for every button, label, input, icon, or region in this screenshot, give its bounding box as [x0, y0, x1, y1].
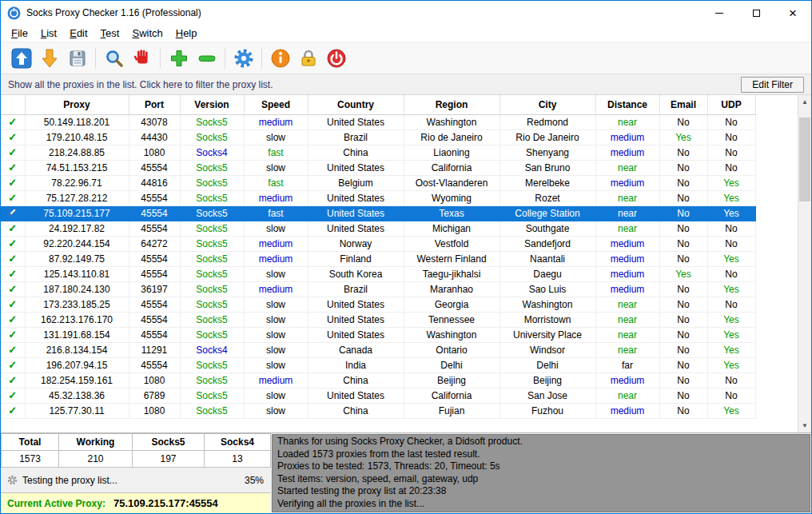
- table-row[interactable]: ✓78.22.96.7144816Socks5fastBelgiumOost-V…: [1, 175, 755, 190]
- column-header-distance[interactable]: Distance: [595, 95, 659, 114]
- cell-udp: Yes: [707, 327, 755, 342]
- active-proxy-value: 75.109.215.177:45554: [113, 497, 218, 509]
- column-header-version[interactable]: Version: [180, 95, 244, 114]
- table-row[interactable]: ✓182.254.159.1611080Socks5mediumChinaBei…: [1, 373, 755, 388]
- scroll-down-icon[interactable]: ▼: [798, 419, 811, 432]
- cell-country: United States: [308, 312, 404, 327]
- menu-test[interactable]: Test: [94, 26, 126, 40]
- cell-version: Socks5: [180, 175, 244, 190]
- cell-udp: Yes: [707, 403, 755, 418]
- cell-version: Socks5: [180, 251, 244, 266]
- menu-file[interactable]: File: [5, 26, 34, 40]
- menu-list[interactable]: List: [34, 26, 63, 40]
- cell-speed: fast: [244, 175, 308, 190]
- cell-port: 64272: [129, 236, 180, 251]
- save-button[interactable]: [63, 45, 91, 71]
- exit-button[interactable]: [322, 45, 350, 71]
- summary-value-socks4: 13: [205, 451, 271, 468]
- cell-port: 45554: [129, 160, 180, 175]
- column-header-port[interactable]: Port: [129, 95, 180, 114]
- menu-help[interactable]: Help: [169, 26, 204, 40]
- column-header-country[interactable]: Country: [308, 95, 404, 114]
- cell-country: India: [308, 357, 404, 373]
- search-button[interactable]: [100, 45, 128, 71]
- column-header-region[interactable]: Region: [404, 95, 500, 114]
- table-row[interactable]: ✓216.8.134.15411291Socks4slowCanadaOntar…: [1, 342, 755, 357]
- table-row[interactable]: ✓179.210.48.1544430Socks5slowBrazilRio d…: [1, 129, 755, 145]
- lock-button[interactable]: [294, 45, 322, 71]
- minimize-icon: [715, 13, 723, 14]
- table-row[interactable]: ✓125.143.110.8145554Socks5slowSouth Kore…: [1, 266, 755, 281]
- column-header-udp[interactable]: UDP: [707, 95, 755, 114]
- cell-proxy: 179.210.48.15: [25, 129, 129, 145]
- upload-button[interactable]: [7, 45, 35, 71]
- table-row[interactable]: ✓125.77.30.111080Socks5slowChinaFujianFu…: [1, 403, 755, 418]
- cell-proxy: 50.149.118.201: [25, 114, 129, 129]
- cell-country: Brazil: [308, 129, 404, 145]
- log-line: Loaded 1573 proxies from the last tested…: [277, 448, 805, 461]
- cell-city: Daegu: [500, 266, 595, 281]
- progress-percent: 35%: [245, 475, 264, 486]
- cell-country: United States: [308, 114, 404, 129]
- column-header-email[interactable]: Email: [659, 95, 707, 114]
- stop-button[interactable]: [128, 45, 156, 71]
- table-row[interactable]: ✓218.24.88.851080Socks4fastChinaLiaoning…: [1, 145, 755, 160]
- table-row[interactable]: ✓87.92.149.7545554Socks5mediumFinlandWes…: [1, 251, 755, 266]
- cell-version: Socks5: [180, 129, 244, 145]
- cell-country: United States: [308, 327, 404, 342]
- cell-speed: slow: [244, 327, 308, 342]
- column-header-status[interactable]: [1, 95, 25, 114]
- info-button[interactable]: [266, 45, 294, 71]
- cell-speed: slow: [244, 403, 308, 418]
- minimize-button[interactable]: [701, 1, 738, 25]
- cell-port: 45554: [129, 327, 180, 342]
- column-header-proxy[interactable]: Proxy: [25, 95, 129, 114]
- filter-message[interactable]: Show all the proxies in the list. Click …: [8, 79, 273, 90]
- active-proxy-label: Current Active Proxy:: [7, 498, 105, 509]
- cell-city: Morristown: [500, 312, 595, 327]
- cell-country: United States: [308, 221, 404, 236]
- settings-button[interactable]: [229, 45, 257, 71]
- toolbar: [1, 42, 811, 74]
- edit-filter-button[interactable]: Edit Filter: [741, 77, 804, 93]
- cell-version: Socks5: [180, 281, 244, 297]
- cell-country: United States: [308, 190, 404, 205]
- table-row[interactable]: ✓50.149.118.20143078Socks5mediumUnited S…: [1, 114, 755, 129]
- table-row[interactable]: ✓187.180.24.13036197Socks5mediumBrazilMa…: [1, 281, 755, 297]
- column-header-city[interactable]: City: [500, 95, 595, 114]
- table-row[interactable]: ✓24.192.17.8245554Socks5slowUnited State…: [1, 221, 755, 236]
- maximize-button[interactable]: [738, 1, 774, 25]
- table-row[interactable]: ✓196.207.94.1545554Socks5slowIndiaDelhiD…: [1, 357, 755, 373]
- table-row[interactable]: ✓45.32.138.366789Socks5slowUnited States…: [1, 388, 755, 403]
- cell-email: No: [659, 342, 707, 357]
- lock-icon: [298, 48, 319, 69]
- cell-port: 36197: [129, 281, 180, 297]
- filter-bar: Show all the proxies in the list. Click …: [1, 74, 811, 95]
- add-button[interactable]: [165, 45, 193, 71]
- menu-switch[interactable]: Switch: [125, 26, 169, 40]
- close-button[interactable]: ×: [774, 1, 811, 25]
- scroll-up-icon[interactable]: ▲: [798, 95, 811, 109]
- menu-edit[interactable]: Edit: [63, 26, 94, 40]
- cell-proxy: 74.51.153.215: [25, 160, 129, 175]
- remove-button[interactable]: [193, 45, 221, 71]
- table-row[interactable]: 75.109.215.17745554Socks5fastUnited Stat…: [1, 205, 755, 221]
- vertical-scrollbar[interactable]: ▲ ▼: [798, 95, 811, 432]
- table-row[interactable]: ✓75.127.28.21245554Socks5mediumUnited St…: [1, 190, 755, 205]
- scrollbar-thumb[interactable]: [799, 118, 810, 201]
- toolbar-separator: [261, 48, 262, 69]
- status-check-icon: ✓: [1, 221, 25, 236]
- download-button[interactable]: [35, 45, 63, 71]
- cell-proxy: 87.92.149.75: [25, 251, 129, 266]
- column-header-speed[interactable]: Speed: [244, 95, 308, 114]
- summary-header-total: Total: [2, 434, 59, 451]
- status-check-icon: ✓: [1, 403, 25, 418]
- table-row[interactable]: ✓162.213.176.17045554Socks5slowUnited St…: [1, 312, 755, 327]
- table-row[interactable]: ✓92.220.244.15464272Socks5mediumNorwayVe…: [1, 236, 755, 251]
- table-row[interactable]: ✓173.233.185.2545554Socks5slowUnited Sta…: [1, 297, 755, 312]
- cell-email: No: [659, 403, 707, 418]
- cell-city: Merelbeke: [500, 175, 595, 190]
- log-panel[interactable]: Thanks for using Socks Proxy Checker, a …: [272, 434, 810, 512]
- table-row[interactable]: ✓74.51.153.21545554Socks5slowUnited Stat…: [1, 160, 755, 175]
- table-row[interactable]: ✓131.191.68.15445554Socks5slowUnited Sta…: [1, 327, 755, 342]
